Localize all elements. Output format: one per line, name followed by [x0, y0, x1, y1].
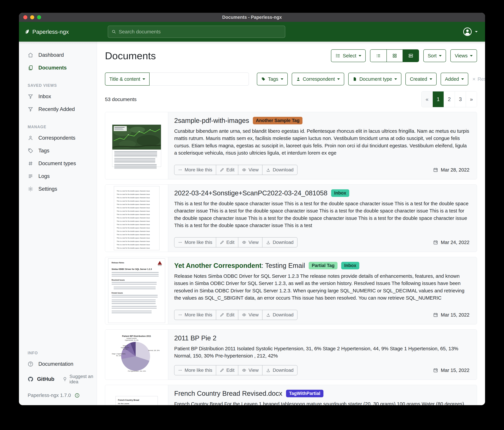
added-filter-button[interactable]: Added: [441, 73, 468, 85]
x-icon: ×: [472, 76, 476, 82]
list-view-icon: [376, 53, 381, 58]
sidebar-item-inbox[interactable]: Inbox: [19, 90, 97, 103]
pagination-prev-button[interactable]: «: [422, 92, 432, 107]
documents-icon: [28, 65, 33, 71]
document-thumbnail[interactable]: This is a test for the double space char…: [105, 185, 168, 252]
pagination-page-3[interactable]: 3: [455, 92, 466, 107]
document-date-label: Mar 24, 2022: [441, 240, 469, 245]
document-thumbnail[interactable]: Patient BP Distribution 2011 Normal, 150…: [105, 330, 168, 380]
view-button[interactable]: View: [238, 310, 262, 320]
views-button[interactable]: Views: [450, 49, 477, 62]
filter-field-dropdown[interactable]: Title & content: [105, 73, 150, 86]
view-button[interactable]: View: [238, 237, 262, 247]
download-button[interactable]: Download: [262, 165, 297, 175]
download-icon: [266, 368, 270, 373]
tag-badge[interactable]: Another Sample Tag: [253, 117, 303, 124]
app-brand[interactable]: Paperless-ngx: [24, 28, 108, 35]
download-button[interactable]: Download: [262, 237, 297, 247]
edit-button[interactable]: Edit: [216, 310, 238, 320]
main-content: Documents Select: [97, 42, 485, 405]
lightbulb-icon: [62, 377, 67, 382]
sidebar-section-saved-views: SAVED VIEWS: [19, 74, 97, 90]
document-actions: More like this Edit View: [174, 165, 297, 175]
view-button[interactable]: View: [238, 365, 262, 375]
more-like-this-button[interactable]: More like this: [174, 165, 216, 175]
search-bar[interactable]: [108, 26, 285, 38]
more-like-this-button[interactable]: More like this: [174, 310, 216, 320]
document-title[interactable]: French Country Bread Revised.docx: [174, 390, 282, 397]
pencil-icon: [220, 368, 224, 373]
edit-label: Edit: [226, 368, 234, 373]
pagination-page-1[interactable]: 1: [432, 92, 444, 107]
sidebar-item-label: Documents: [38, 65, 67, 71]
question-circle-icon: [28, 361, 33, 367]
sidebar: Dashboard Documents SAVED VIEWS Inbox Re…: [19, 42, 97, 405]
sidebar-item-tags[interactable]: Tags: [19, 144, 97, 157]
tag-badge[interactable]: Inbox: [331, 189, 349, 197]
download-label: Download: [273, 240, 294, 245]
reset-filters-button[interactable]: × Reset filters: [472, 76, 485, 82]
window-title: Documents - Paperless-ngx: [19, 15, 485, 20]
sidebar-item-label: Dashboard: [38, 52, 64, 58]
sidebar-item-label: Documentation: [38, 361, 73, 367]
preview-section-title: Resolved Issues: [112, 279, 162, 281]
detail-view-icon: [408, 53, 413, 58]
view-button[interactable]: View: [238, 165, 262, 175]
download-label: Download: [273, 312, 294, 318]
document-date: Mar 24, 2022: [433, 240, 469, 245]
tag-badge[interactable]: TagWithPartial: [286, 390, 324, 397]
select-list-icon: [335, 53, 340, 58]
document-type-filter-button[interactable]: Document type: [348, 73, 401, 85]
sort-button[interactable]: Sort: [423, 49, 446, 62]
tags-filter-button[interactable]: Tags: [257, 73, 288, 85]
tag-badge[interactable]: Partial Tag: [309, 262, 338, 269]
sidebar-item-label: GitHub: [37, 376, 54, 382]
sidebar-item-dashboard[interactable]: Dashboard: [19, 49, 97, 61]
document-card: 2sample-pdf-with-images Another Sample T…: [105, 112, 477, 179]
document-thumbnail[interactable]: French Country Bread For the Leaven: [105, 385, 168, 405]
sidebar-item-document-types[interactable]: Document types: [19, 157, 97, 170]
user-menu[interactable]: [463, 27, 480, 37]
more-like-this-button[interactable]: More like this: [174, 237, 216, 247]
correspondent-filter-button[interactable]: Correspondent: [292, 73, 344, 85]
view-mode-detail-button[interactable]: [403, 50, 419, 62]
edit-button[interactable]: Edit: [216, 365, 238, 375]
sidebar-item-documents[interactable]: Documents: [19, 61, 97, 74]
search-input[interactable]: [119, 29, 282, 35]
document-excerpt: Curabitur bibendum ante urna, sed blandi…: [174, 127, 469, 156]
pagination-next-button[interactable]: »: [466, 92, 477, 107]
sidebar-item-documentation[interactable]: Documentation: [19, 358, 97, 370]
created-filter-button[interactable]: Created: [405, 73, 436, 85]
sidebar-item-suggest-idea[interactable]: Suggest an idea: [62, 374, 93, 384]
sidebar-item-settings[interactable]: Settings: [19, 183, 97, 195]
tag-badge[interactable]: Inbox: [341, 262, 359, 269]
pagination-page-2[interactable]: 2: [444, 92, 455, 107]
document-title[interactable]: 2011 BP Pie 2: [174, 334, 216, 342]
sidebar-item-correspondents[interactable]: Correspondents: [19, 131, 97, 144]
document-title[interactable]: 2sample-pdf-with-images: [174, 117, 249, 124]
tag-icon: [28, 148, 33, 154]
document-title[interactable]: 2022-03-24+Sonstige+ScanPC2022-03-24_081…: [174, 189, 327, 197]
info-circle-icon[interactable]: [75, 393, 80, 398]
view-mode-grid-button[interactable]: [387, 50, 403, 62]
download-button[interactable]: Download: [262, 310, 297, 320]
select-button[interactable]: Select: [331, 49, 366, 62]
download-button[interactable]: Download: [262, 365, 297, 375]
view-mode-list-button[interactable]: [370, 50, 387, 62]
document-thumbnail[interactable]: [105, 112, 168, 179]
document-thumbnail[interactable]: Release Notes Simba Simba ODBC Driver fo…: [105, 257, 168, 324]
sidebar-item-github[interactable]: GitHub: [28, 376, 54, 382]
filter-text-input[interactable]: [150, 73, 249, 86]
sidebar-item-logs[interactable]: Logs: [19, 170, 97, 183]
log-lines-icon: [28, 173, 33, 179]
document-title[interactable]: Yet Another Correspondent: Testing Email: [174, 262, 305, 269]
sidebar-item-label: Logs: [38, 173, 50, 179]
edit-button[interactable]: Edit: [216, 165, 238, 175]
sidebar-item-recently-added[interactable]: Recently Added: [19, 103, 97, 116]
edit-button[interactable]: Edit: [216, 237, 238, 247]
pie-chart-title: Patient BP Distribution 2011: [110, 333, 163, 337]
document-correspondent-link[interactable]: Yet Another Correspondent: [174, 262, 261, 269]
recipe-document-preview: French Country Bread For the Leaven: [116, 396, 158, 405]
more-like-this-button[interactable]: More like this: [174, 365, 216, 375]
preview-subheading: For the Leaven: [118, 403, 155, 404]
